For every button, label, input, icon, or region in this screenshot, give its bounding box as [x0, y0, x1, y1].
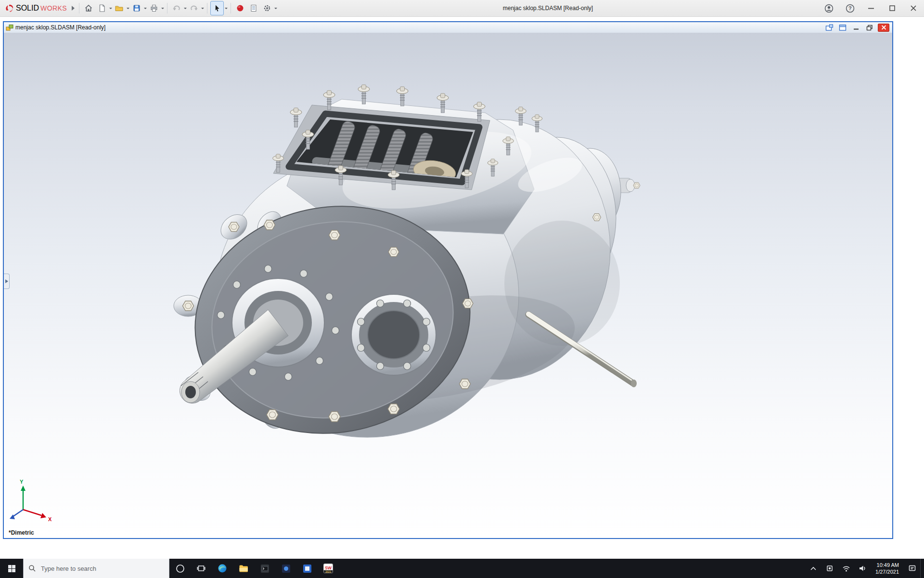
action-center-icon [908, 565, 916, 572]
home-button[interactable] [82, 1, 95, 15]
toolbar-separator [167, 3, 167, 13]
cortana-button[interactable] [169, 559, 191, 578]
undo-button[interactable] [170, 1, 183, 15]
open-dropdown-icon[interactable] [127, 8, 129, 11]
options-gear-icon [263, 4, 271, 13]
redo-icon [190, 4, 198, 13]
tray-app-icon [826, 565, 834, 572]
redo-button[interactable] [188, 1, 200, 15]
gearbox-assembly-model[interactable]: Y X [4, 33, 892, 538]
print-icon [150, 4, 158, 13]
network-button[interactable] [838, 559, 854, 578]
solidworks-3s-icon [5, 3, 14, 13]
close-icon [881, 25, 886, 30]
file-properties-icon [249, 4, 258, 13]
home-icon [84, 4, 93, 13]
options-button[interactable] [261, 1, 273, 15]
document-titlebar[interactable]: menjac sklop.SLDASM [Read-only] [4, 22, 892, 33]
print-button[interactable] [148, 1, 160, 15]
taskbar-search-box[interactable] [23, 559, 169, 578]
cortana-icon [176, 564, 185, 573]
solidworks-icon: SW 2021 [323, 564, 333, 573]
toolbar-separator [207, 3, 207, 13]
svg-text:?: ? [848, 5, 852, 11]
pinned-terminal-app-button[interactable] [254, 559, 275, 578]
3dexperience-button[interactable] [234, 1, 246, 15]
hidden-icons-chevron-icon [810, 565, 817, 572]
close-icon [909, 4, 918, 13]
open-folder-icon [115, 4, 124, 13]
file-explorer-icon [239, 564, 248, 573]
triad-y-label: Y [20, 479, 24, 485]
triad-x-label: X [48, 516, 52, 522]
3d-viewport[interactable]: Y X *Dimetric [4, 33, 892, 538]
minimize-button[interactable] [860, 0, 882, 16]
svg-text:2021: 2021 [325, 570, 331, 573]
pinned-blue-app-button[interactable] [296, 559, 318, 578]
start-button[interactable] [0, 559, 23, 578]
minimize-icon [853, 25, 860, 30]
network-icon [842, 565, 850, 572]
orientation-triad[interactable]: Y X [10, 479, 52, 522]
app-titlebar: SOLIDWORKS [0, 0, 924, 17]
select-tool-dropdown-icon[interactable] [225, 8, 228, 11]
document-title: menjac sklop.SLDASM [Read-only] [15, 24, 105, 31]
featuremanager-collapsed-tab[interactable] [4, 274, 10, 289]
toolbar-separator [231, 3, 231, 13]
solidworks-logo: SOLIDWORKS [0, 3, 70, 13]
file-explorer-button[interactable] [233, 559, 254, 578]
undo-icon [172, 4, 181, 13]
print-dropdown-icon[interactable] [161, 8, 164, 11]
help-button[interactable]: ? [839, 0, 860, 16]
document-window: menjac sklop.SLDASM [Read-only] [3, 21, 893, 539]
restore-icon [866, 25, 873, 31]
solidworks-taskbar-button[interactable]: SW 2021 [318, 559, 339, 578]
save-button[interactable] [130, 1, 143, 15]
search-input[interactable] [40, 565, 164, 573]
help-icon: ? [846, 4, 855, 13]
volume-icon [859, 565, 867, 572]
pinned-media-app-button[interactable] [275, 559, 296, 578]
volume-button[interactable] [854, 559, 871, 578]
user-account-button[interactable] [818, 0, 839, 16]
tile-window-button[interactable] [824, 24, 834, 31]
redo-dropdown-icon[interactable] [201, 8, 204, 11]
new-window-button[interactable] [837, 24, 848, 31]
brand-works: WORKS [40, 4, 67, 12]
3dexperience-icon [236, 4, 244, 13]
new-document-button[interactable] [96, 1, 108, 15]
app-title: menjac sklop.SLDASM [Read-only] [278, 5, 818, 12]
media-app-icon [282, 564, 291, 573]
close-app-button[interactable] [903, 0, 924, 16]
assembly-icon [6, 24, 13, 31]
doc-close-button[interactable] [878, 24, 889, 32]
clock-time: 10:49 AM [877, 562, 899, 568]
bearing-cover[interactable] [351, 294, 436, 375]
menu-expand-arrow-icon[interactable] [70, 6, 77, 11]
open-button[interactable] [113, 1, 126, 15]
select-cursor-icon [213, 4, 221, 13]
hidden-icons-button[interactable] [805, 559, 821, 578]
doc-minimize-button[interactable] [851, 24, 861, 31]
select-tool-button[interactable] [210, 1, 224, 15]
task-view-icon [197, 564, 205, 573]
maximize-button[interactable] [882, 0, 903, 16]
options-dropdown-icon[interactable] [274, 8, 277, 11]
edge-button[interactable] [212, 559, 233, 578]
view-orientation-label: *Dimetric [9, 529, 34, 536]
clock-date: 1/27/2021 [875, 568, 899, 575]
task-view-button[interactable] [191, 559, 212, 578]
expand-pane-arrow-icon [5, 279, 8, 283]
doc-restore-button[interactable] [864, 24, 875, 31]
new-window-icon [839, 24, 847, 31]
action-center-button[interactable] [904, 559, 920, 578]
new-document-dropdown-icon[interactable] [109, 8, 112, 11]
undo-dropdown-icon[interactable] [184, 8, 187, 11]
taskbar-clock[interactable]: 10:49 AM 1/27/2021 [871, 559, 904, 578]
save-icon [132, 4, 141, 13]
tray-app-button[interactable] [821, 559, 838, 578]
blue-app-icon [303, 564, 312, 573]
save-dropdown-icon[interactable] [144, 8, 147, 11]
show-desktop-button[interactable] [920, 559, 924, 578]
file-properties-button[interactable] [247, 1, 260, 15]
